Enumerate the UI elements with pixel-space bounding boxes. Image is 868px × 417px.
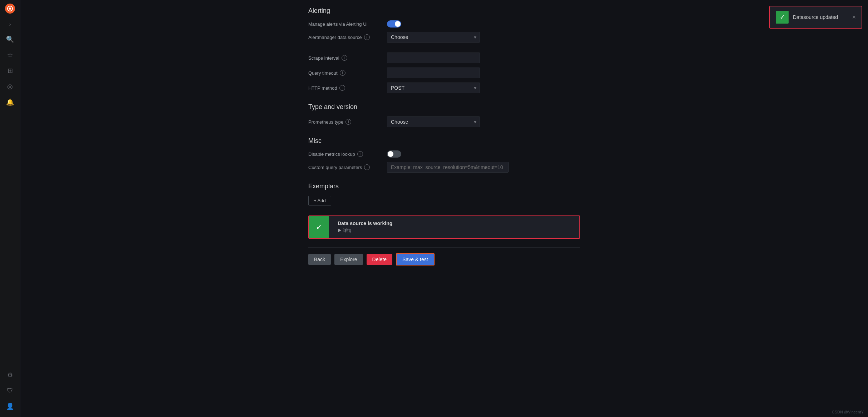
alertmanager-label: Alertmanager data source i (308, 34, 387, 40)
alerting-section: Alerting Manage alerts via Alerting UI A… (308, 7, 580, 43)
datasource-status-title: Data source is working (338, 220, 392, 226)
disable-metrics-row: Disable metrics lookup i (308, 150, 580, 158)
sidebar-toggle[interactable]: › (6, 20, 14, 29)
http-method-select[interactable]: POST GET (387, 83, 480, 93)
bell-icon[interactable]: 🔔 (3, 95, 17, 109)
shield-icon[interactable]: 🛡 (3, 383, 17, 398)
manage-alerts-row: Manage alerts via Alerting UI (308, 20, 580, 28)
watermark: CSDN @VincentY (832, 410, 864, 414)
disable-metrics-toggle[interactable] (387, 150, 401, 158)
alertmanager-select-wrapper: Choose (387, 32, 480, 43)
star-icon[interactable]: ☆ (3, 48, 17, 62)
datasource-status-text: Data source is working ▶ 详情 (333, 216, 397, 238)
custom-query-info-icon[interactable]: i (364, 164, 370, 170)
alertmanager-row: Alertmanager data source i Choose (308, 32, 580, 43)
query-timeout-label: Query timeout i (308, 70, 387, 76)
http-method-select-wrapper: POST GET (387, 83, 480, 93)
alertmanager-select[interactable]: Choose (387, 32, 480, 43)
http-method-info-icon[interactable]: i (339, 85, 345, 91)
toast-message: Datasource updated (793, 14, 848, 20)
query-timeout-row: Query timeout i 60s (308, 68, 580, 78)
disable-metrics-info-icon[interactable]: i (357, 151, 363, 157)
manage-alerts-label: Manage alerts via Alerting UI (308, 21, 387, 27)
toast-icon: ✓ (776, 11, 789, 24)
scrape-interval-info-icon[interactable]: i (342, 55, 347, 61)
query-timeout-control: 60s (387, 68, 480, 78)
http-method-label: HTTP method i (308, 85, 387, 91)
custom-query-row: Custom query parameters i (308, 162, 580, 173)
user-icon[interactable]: 👤 (3, 399, 17, 413)
datasource-status-detail[interactable]: ▶ 详情 (338, 228, 392, 234)
toast-close-button[interactable]: × (852, 14, 856, 20)
action-buttons-row: Back Explore Delete Save & test (308, 247, 580, 271)
prometheus-type-select-wrapper: Choose (387, 116, 480, 127)
prometheus-type-select[interactable]: Choose (387, 116, 480, 127)
circle-icon[interactable]: ◎ (3, 79, 17, 94)
manage-alerts-toggle[interactable] (387, 20, 401, 28)
back-button[interactable]: Back (308, 254, 331, 265)
exemplars-title: Exemplars (308, 183, 580, 190)
query-timeout-input[interactable]: 60s (387, 68, 480, 78)
datasource-status-icon: ✓ (309, 216, 329, 238)
app-logo[interactable] (4, 3, 16, 14)
explore-button[interactable]: Explore (334, 254, 363, 265)
misc-title: Misc (308, 137, 580, 145)
custom-query-label: Custom query parameters i (308, 164, 387, 170)
scrape-interval-label: Scrape interval i (308, 55, 387, 61)
type-version-title: Type and version (308, 103, 580, 111)
misc-section: Misc Disable metrics lookup i Custom que… (308, 137, 580, 173)
type-version-section: Type and version Prometheus type i Choos… (308, 103, 580, 127)
main-content: Alerting Manage alerts via Alerting UI A… (20, 0, 868, 417)
scrape-interval-control: 15s (387, 53, 480, 63)
query-timeout-info-icon[interactable]: i (340, 70, 345, 76)
alerting-title: Alerting (308, 7, 580, 15)
gear-icon[interactable]: ⚙ (3, 368, 17, 382)
svg-point-2 (9, 8, 11, 10)
sidebar: › 🔍 ☆ ⊞ ◎ 🔔 ⚙ 🛡 👤 (0, 0, 20, 417)
alertmanager-info-icon[interactable]: i (364, 34, 370, 40)
delete-button[interactable]: Delete (367, 254, 392, 265)
add-exemplar-button[interactable]: + Add (308, 196, 331, 205)
prometheus-type-row: Prometheus type i Choose (308, 116, 580, 127)
disable-metrics-label: Disable metrics lookup i (308, 151, 387, 157)
prometheus-type-label: Prometheus type i (308, 119, 387, 125)
connection-settings-section: Scrape interval i 15s Query timeout i 60… (308, 53, 580, 93)
custom-query-input[interactable] (387, 162, 509, 173)
scrape-interval-input[interactable]: 15s (387, 53, 480, 63)
grid-icon[interactable]: ⊞ (3, 64, 17, 78)
http-method-row: HTTP method i POST GET (308, 83, 580, 93)
toast-notification: ✓ Datasource updated × (769, 6, 862, 29)
prometheus-type-info-icon[interactable]: i (345, 119, 351, 125)
custom-query-control (387, 162, 509, 173)
datasource-status-banner: ✓ Data source is working ▶ 详情 (308, 215, 580, 239)
search-icon[interactable]: 🔍 (3, 32, 17, 46)
scrape-interval-row: Scrape interval i 15s (308, 53, 580, 63)
save-test-button[interactable]: Save & test (396, 253, 435, 265)
exemplars-section: Exemplars + Add (308, 183, 580, 205)
